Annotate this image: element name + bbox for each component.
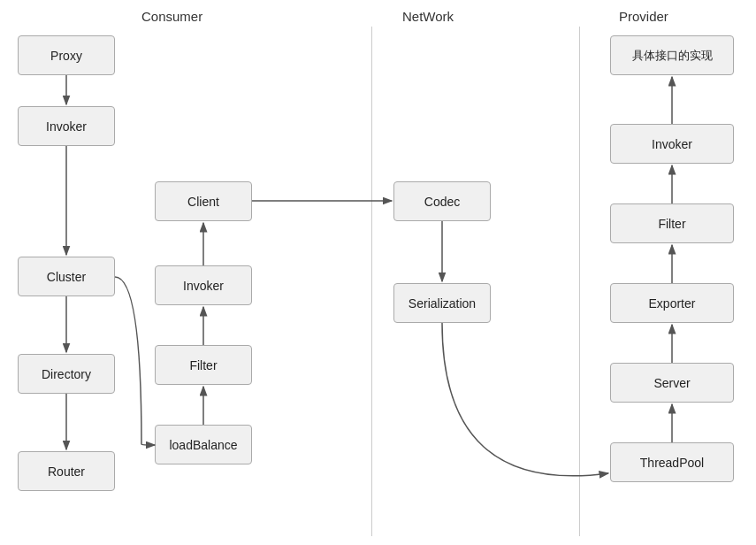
divider-1 — [371, 27, 372, 536]
box-filter-consumer: Filter — [155, 345, 252, 385]
box-proxy: Proxy — [18, 35, 115, 75]
box-filter-provider: Filter — [610, 203, 734, 243]
box-threadpool: ThreadPool — [610, 442, 734, 482]
box-server: Server — [610, 363, 734, 403]
box-directory: Directory — [18, 354, 115, 394]
box-invoker-ci: Invoker — [155, 265, 252, 305]
box-client: Client — [155, 181, 252, 221]
box-exporter: Exporter — [610, 283, 734, 323]
divider-2 — [579, 27, 580, 536]
box-invoker-consumer: Invoker — [18, 106, 115, 146]
header-network: NetWork — [402, 9, 454, 24]
header-provider: Provider — [619, 9, 668, 24]
box-impl: 具体接口的实现 — [610, 35, 734, 75]
box-serialization: Serialization — [393, 283, 491, 323]
box-router: Router — [18, 451, 115, 491]
header-consumer: Consumer — [141, 9, 202, 24]
box-invoker-provider: Invoker — [610, 124, 734, 164]
box-codec: Codec — [393, 181, 491, 221]
box-cluster: Cluster — [18, 257, 115, 296]
diagram: Consumer NetWork Provider Proxy Invoker … — [0, 0, 756, 545]
box-loadbalance: loadBalance — [155, 425, 252, 464]
